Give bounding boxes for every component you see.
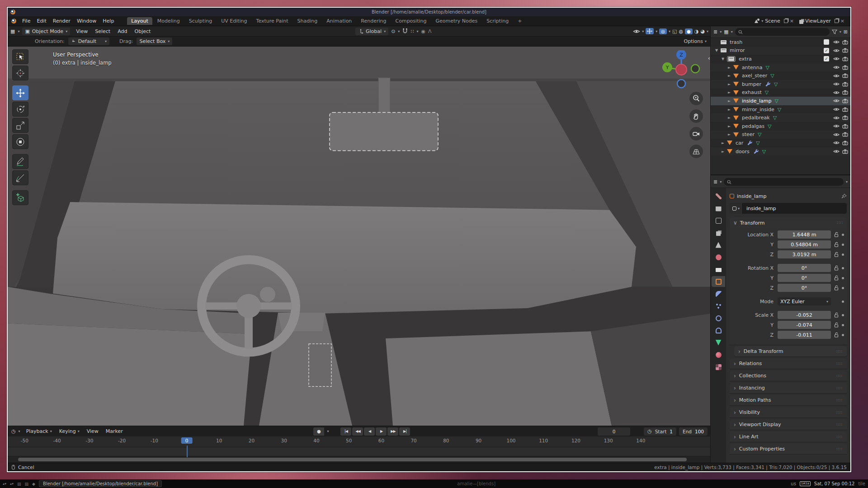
taskbar-diamond-icon[interactable]: ◆ (32, 482, 35, 486)
cursor-tool[interactable] (12, 66, 28, 80)
timeline-track[interactable] (8, 447, 711, 456)
outliner-row[interactable]: ► pedalbreak ▽ (711, 113, 850, 122)
display-mode-icon[interactable]: ▦ (724, 29, 728, 34)
scale-tool[interactable] (12, 118, 28, 133)
animate-dot[interactable] (842, 253, 844, 256)
hide-eye-icon[interactable] (833, 149, 840, 154)
frame-start-field[interactable]: ◷Start1 (644, 427, 676, 436)
outliner-row[interactable]: ► car ▽ (711, 139, 850, 147)
lock-icon[interactable] (833, 312, 840, 318)
shading-wireframe-button[interactable]: ◍ (679, 29, 683, 34)
timeline-menu-item[interactable]: Playback▾ (23, 427, 55, 435)
current-frame-indicator[interactable]: 0 (181, 437, 193, 444)
value-field[interactable]: -0.052 (778, 311, 831, 319)
hide-eye-icon[interactable] (833, 141, 840, 145)
animate-dot[interactable] (842, 324, 844, 326)
expand-arrow[interactable]: ► (726, 99, 732, 103)
properties-tab[interactable] (712, 203, 725, 214)
object-name[interactable]: mirror_inside (742, 107, 774, 113)
transport-button[interactable]: ◀ (364, 427, 375, 436)
annotate-tool[interactable] (12, 154, 28, 169)
hide-eye-icon[interactable] (833, 56, 840, 61)
properties-tab[interactable] (712, 361, 725, 372)
viewport-menu-item[interactable]: Select (92, 28, 113, 35)
object-name[interactable]: pedalbreak (742, 115, 770, 121)
workspace-tab[interactable]: Compositing (392, 17, 431, 25)
expand-arrow[interactable]: ► (726, 124, 732, 128)
lock-icon[interactable] (833, 285, 840, 291)
animate-dot[interactable] (842, 300, 844, 303)
properties-tab[interactable] (712, 300, 725, 311)
transform-orientation[interactable]: Global▾ (355, 28, 388, 35)
workspace-tab[interactable]: Layout (127, 17, 152, 25)
lock-icon[interactable] (833, 265, 840, 271)
snap-magnet-icon[interactable] (402, 28, 408, 34)
gizmos-toggle[interactable] (646, 28, 654, 34)
hide-eye-icon[interactable] (833, 82, 840, 86)
workspace-tab[interactable]: Texture Paint (252, 17, 292, 25)
xray-toggle[interactable]: ◱ (672, 29, 677, 34)
object-name[interactable]: extra (739, 56, 752, 62)
camera-visibility-icon[interactable] (842, 99, 848, 103)
overlays-toggle[interactable]: ◎ (659, 28, 667, 34)
object-name[interactable]: pedalgas (742, 123, 764, 129)
expand-arrow[interactable]: ► (726, 132, 732, 136)
animate-dot[interactable] (842, 287, 844, 289)
menu-item[interactable]: Render (50, 17, 74, 25)
camera-view-button[interactable] (689, 127, 703, 141)
hide-eye-icon[interactable] (833, 40, 840, 44)
object-name[interactable]: axel_steer (742, 73, 767, 79)
lock-icon[interactable] (833, 275, 840, 281)
breadcrumb-object[interactable]: inside_lamp (737, 193, 767, 199)
new-viewlayer-icon[interactable] (835, 19, 839, 23)
pin-icon[interactable] (841, 193, 847, 199)
expand-arrow[interactable]: ▼ (720, 57, 726, 61)
hide-eye-icon[interactable] (833, 107, 840, 112)
object-name[interactable]: exhaust (742, 89, 762, 95)
object-name[interactable]: mirror (730, 47, 745, 53)
zoom-button[interactable] (689, 92, 703, 105)
collapsed-panel-header[interactable]: ›Custom Properties∷∷ (730, 444, 847, 455)
properties-tab[interactable] (712, 276, 725, 287)
properties-tab[interactable] (712, 215, 725, 226)
hide-eye-icon[interactable] (833, 48, 840, 53)
outliner-search-input[interactable] (735, 28, 830, 36)
properties-tab[interactable] (712, 325, 725, 336)
filter-icon[interactable] (832, 29, 837, 34)
lock-icon[interactable] (833, 322, 840, 328)
outliner-row[interactable]: ► doors ▽ (711, 147, 850, 156)
outliner-row[interactable]: ► bumper ▽ (711, 80, 850, 89)
collapsed-panel-header[interactable]: ›Motion Paths∷∷ (730, 395, 847, 406)
expand-arrow[interactable]: ► (726, 116, 732, 120)
playhead[interactable] (187, 446, 188, 457)
shading-solid-button[interactable]: ● (685, 28, 693, 34)
hide-eye-icon[interactable] (833, 65, 840, 70)
new-collection-icon[interactable]: ⊞ (844, 29, 848, 34)
blender-menu-icon[interactable] (11, 19, 16, 23)
transform-tool[interactable] (12, 134, 28, 149)
expand-arrow[interactable]: ► (726, 108, 732, 112)
measure-tool[interactable] (12, 170, 28, 185)
outliner-row[interactable]: ► exhaust ▽ (711, 89, 850, 97)
expand-arrow[interactable]: ► (720, 150, 726, 154)
value-field[interactable]: -0.011 (778, 331, 831, 339)
lock-icon[interactable] (833, 252, 840, 257)
properties-tab[interactable] (712, 252, 725, 263)
animate-dot[interactable] (842, 267, 844, 269)
lock-icon[interactable] (833, 332, 840, 338)
menu-item[interactable]: Window (74, 17, 99, 25)
properties-tab[interactable] (712, 349, 725, 360)
outliner-row[interactable]: ► axel_steer ▽ (711, 71, 850, 80)
object-name[interactable]: bumper (742, 81, 761, 87)
properties-editor-icon[interactable]: ≣ (713, 179, 717, 184)
scrollbar-handle[interactable] (18, 458, 686, 461)
show-object-types-icon[interactable] (633, 29, 640, 34)
value-field[interactable]: -0.074 (778, 321, 831, 329)
camera-visibility-icon[interactable] (842, 65, 848, 70)
value-field[interactable]: 0° (778, 264, 831, 272)
object-name[interactable]: steer (742, 131, 755, 137)
outliner-row[interactable]: ► mirror_inside ▽ (711, 105, 850, 114)
viewport-canvas[interactable]: User Perspective (0) extra | inside_lamp (8, 47, 711, 426)
animate-dot[interactable] (842, 334, 844, 336)
taskbar-folder-icon[interactable]: ▤ (25, 482, 29, 486)
